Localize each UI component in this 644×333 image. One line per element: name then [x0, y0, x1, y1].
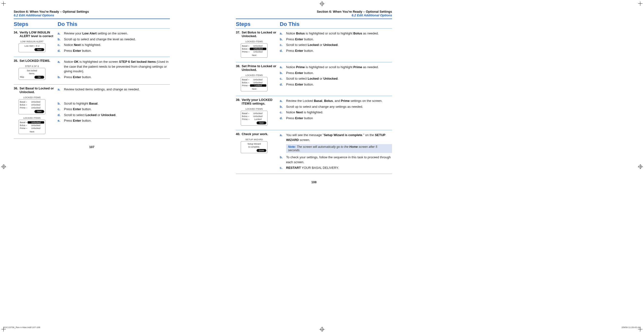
step-heading: 39. Verify your LOCKED ITEMS settings. — [236, 98, 277, 105]
instruction-item: b. Scroll to highlight Basal. — [58, 101, 170, 107]
page-header: Section 6: When You're Ready – Optional … — [14, 10, 170, 17]
step-title: Set Prime to Locked or Unlocked. — [242, 64, 277, 72]
step-heading: 38. Set Prime to Locked or Unlocked. — [236, 64, 277, 72]
instruction-letter: b. — [58, 75, 62, 80]
device-title: STEP 6 OF 6 — [18, 65, 46, 68]
instruction-item: b. Press Enter button. — [58, 74, 170, 80]
steps-heading: Steps — [236, 21, 280, 27]
step-heading: 37. Set Bolus to Locked or Unlocked. — [236, 31, 277, 38]
instruction-item: c. Notice Next is highlighted. — [58, 42, 170, 48]
instruction-text: Review locked items settings, and change… — [64, 87, 140, 92]
step-right-col: a. Notice OK is highlighted on the scree… — [58, 59, 170, 81]
dothis-heading: Do This — [58, 21, 78, 27]
instruction-item: e. Press Enter button. — [58, 118, 170, 124]
step-block: 36. Set Basal to Locked or Unlocked. LOC… — [14, 84, 170, 138]
device-title: LOW INSULIN ALERT — [18, 40, 46, 43]
step-right-col: a. Review your Low Alert setting on the … — [58, 31, 170, 54]
instruction-letter: a. — [58, 87, 62, 92]
instruction-letter: b. — [280, 104, 284, 109]
instruction-item: d. Press Enter button — [280, 115, 392, 121]
device-body: Low Alert = 5 UNext — [18, 43, 46, 52]
instruction-text: Scroll up to select and change any setti… — [286, 104, 363, 109]
instruction-letter: a. — [280, 99, 284, 103]
device-row: Bolus =Unlocked — [242, 81, 266, 84]
instruction-text: Press Enter button. — [286, 82, 314, 87]
step-right-col: a. Review locked items settings, and cha… — [58, 87, 170, 135]
instruction-letter: a. — [58, 59, 62, 74]
instruction-item: a. Notice Prime is highlighted or scroll… — [280, 64, 392, 70]
column-headers: Steps Do This — [236, 19, 392, 28]
instruction-letter: d. — [58, 113, 62, 118]
step-title: Set Bolus to Locked or Unlocked. — [242, 31, 277, 38]
device-title: LOCKED ITEMS — [241, 107, 268, 111]
instruction-item: a. Review the Locked Basal, Bolus, and P… — [280, 98, 392, 104]
instruction-letter: b. — [280, 71, 284, 76]
device-body: Basal =UnlockedBolus =UnlockedPrime =Unl… — [18, 120, 46, 134]
step-block: 40. Check your work. SETUP WIZARD Setup … — [236, 130, 392, 174]
instruction-item: a. Review your Low Alert setting on the … — [58, 31, 170, 37]
section-title: Section 6: When You're Ready – Optional … — [14, 10, 170, 14]
step-right-col: a. You will see the message "Setup Wizar… — [280, 132, 392, 171]
instruction-list: a. Review locked items settings, and cha… — [58, 87, 170, 124]
instruction-letter: c. — [58, 43, 62, 47]
instruction-letter: b. — [280, 37, 284, 42]
page-number: 108 — [236, 180, 392, 184]
step-title: Check your work. — [242, 132, 268, 136]
device-body: Basal =UnlockedBolus =UnlockedPrime =Loc… — [241, 77, 268, 91]
section-subtitle: 6.2 Edit Additional Options — [236, 14, 392, 17]
instruction-text: To check your settings, follow the seque… — [286, 155, 392, 164]
instruction-item: a. Notice Bolus is highlighted or scroll… — [280, 31, 392, 37]
step-block: 38. Set Prime to Locked or Unlocked. LOC… — [236, 62, 392, 96]
page-spread: Section 6: When You're Ready – Optional … — [0, 0, 644, 189]
instruction-text: Press Enter button. — [286, 71, 314, 76]
device-row: Prime =Unlocked — [20, 127, 44, 130]
device-row: Basal =Unlocked — [242, 112, 266, 115]
instruction-item: d. Press Enter button. — [58, 48, 170, 54]
device-screenshot: STEP 6 OF 6 Set lockeditems.SkipOK — [18, 65, 46, 80]
column-headers: Steps Do This — [14, 19, 170, 28]
instruction-text: Press Enter button. — [64, 48, 92, 53]
page-header: Section 6: When You're Ready – Optional … — [236, 10, 392, 17]
instruction-letter: d. — [58, 48, 62, 53]
device-row: Bolus =Unlocked — [242, 115, 266, 118]
instruction-text: Review your Low Alert setting on the scr… — [64, 31, 128, 36]
note-callout: Note: The screen will automatically go t… — [286, 144, 392, 153]
instruction-letter: c. — [280, 110, 284, 115]
instruction-text: Scroll to highlight Basal. — [64, 101, 98, 106]
step-left-col: 34. Verify LOW INSULIN ALERT level is co… — [14, 31, 58, 54]
step-right-col: a. Review the Locked Basal, Bolus, and P… — [280, 98, 392, 127]
instruction-item: c. Notice Next is highlighted. — [280, 109, 392, 115]
instruction-text: Notice Prime is highlighted or scroll to… — [286, 65, 379, 70]
instruction-list: a. Notice Prime is highlighted or scroll… — [280, 64, 392, 87]
device-screenshot: LOCKED ITEMS Basal =UnlockedBolus =Unloc… — [18, 116, 46, 134]
device-row: Prime =Locked — [242, 84, 266, 87]
step-block: 34. Verify LOW INSULIN ALERT level is co… — [14, 28, 170, 57]
step-left-col: 38. Set Prime to Locked or Unlocked. LOC… — [236, 64, 280, 93]
steps-container: 34. Verify LOW INSULIN ALERT level is co… — [14, 28, 170, 139]
step-title: Verify your LOCKED ITEMS settings. — [242, 98, 277, 105]
step-number: 35. — [14, 59, 18, 63]
step-block: 39. Verify your LOCKED ITEMS settings. L… — [236, 96, 392, 130]
device-body: Basal =UnlockedBolus =UnlockedPrime =Unl… — [241, 43, 268, 58]
footer-timestamp: 2/9/09 11:29:43 AM — [622, 326, 640, 328]
instruction-text: Notice Next is highlighted. — [64, 43, 101, 47]
instruction-item: c. Scroll to select Locked or Unlocked. — [280, 76, 392, 82]
instruction-letter: a. — [280, 65, 284, 70]
step-number: 34. — [14, 31, 18, 38]
instruction-list: a. Review your Low Alert setting on the … — [58, 31, 170, 54]
instruction-list: a. You will see the message "Setup Wizar… — [280, 132, 392, 171]
device-button-row: Next — [20, 130, 44, 133]
device-title: LOCKED ITEMS — [18, 96, 46, 99]
device-button: Next — [34, 110, 44, 113]
page-right: Section 6: When You're Ready – Optional … — [236, 10, 392, 184]
device-row: Bolus =Unlocked — [20, 103, 44, 106]
step-left-col: 35. Set LOCKED ITEMS. STEP 6 OF 6 Set lo… — [14, 59, 58, 81]
step-heading: 35. Set LOCKED ITEMS. — [14, 59, 55, 63]
device-screenshot: LOCKED ITEMS Basal =UnlockedBolus =Unloc… — [18, 96, 46, 114]
instruction-item: a. Notice OK is highlighted on the scree… — [58, 59, 170, 74]
device-body: Basal =UnlockedBolus =UnlockedPrime =Loc… — [241, 111, 268, 126]
device-body: Set lockeditems.SkipOK — [18, 68, 46, 80]
instruction-text: Press Enter button. — [286, 48, 314, 53]
device-row: Prime =Locked — [242, 118, 266, 121]
device-row: Bolus =Unlocked — [20, 124, 44, 127]
